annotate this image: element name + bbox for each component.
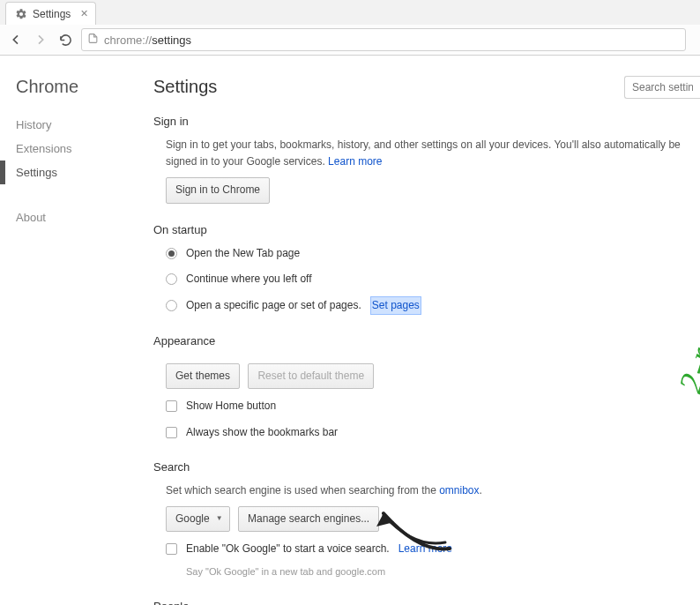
- signin-desc: Sign in to get your tabs, bookmarks, his…: [166, 138, 681, 168]
- section-title: People: [153, 600, 684, 605]
- dropdown-value: Google: [175, 512, 210, 525]
- section-signin: Sign in Sign in to get your tabs, bookma…: [153, 115, 684, 204]
- section-title: Search: [153, 460, 684, 474]
- url-text: chrome://settings: [104, 34, 191, 47]
- omnibox-link[interactable]: omnibox: [439, 484, 479, 497]
- search-desc: Set which search engine is used when sea…: [166, 484, 439, 497]
- section-appearance: Appearance Get themes Reset to default t…: [153, 334, 684, 441]
- tab-bar: Settings ✕: [0, 0, 700, 25]
- manage-search-engines-button[interactable]: Manage search engines...: [238, 506, 379, 532]
- checkbox-icon: [166, 427, 177, 438]
- main-panel: Settings Sign in Sign in to get your tab…: [129, 56, 700, 605]
- toolbar: chrome://settings: [0, 25, 700, 55]
- checkbox-bookmarks-bar[interactable]: Always show the bookmarks bar: [166, 424, 684, 441]
- address-bar[interactable]: chrome://settings: [81, 28, 686, 51]
- radio-specific-pages[interactable]: Open a specific page or set of pages. Se…: [166, 296, 684, 315]
- radio-continue[interactable]: Continue where you left off: [166, 271, 684, 288]
- checkbox-icon: [166, 543, 177, 555]
- sidebar-item-history[interactable]: History: [16, 113, 129, 137]
- checkbox-label: Enable "Ok Google" to start a voice sear…: [186, 541, 390, 557]
- reset-theme-button[interactable]: Reset to default theme: [248, 363, 374, 389]
- checkbox-ok-google[interactable]: Enable "Ok Google" to start a voice sear…: [166, 541, 684, 557]
- content-area: Chrome History Extensions Settings About…: [0, 56, 700, 605]
- forward-button[interactable]: [32, 31, 49, 49]
- reload-button[interactable]: [56, 31, 74, 49]
- radio-icon: [166, 273, 177, 285]
- search-engine-dropdown[interactable]: Google ▼: [166, 506, 230, 532]
- ok-google-hint: Say "Ok Google" in a new tab and google.…: [186, 564, 684, 580]
- chevron-down-icon: ▼: [216, 513, 223, 525]
- radio-label: Open a specific page or set of pages.: [186, 297, 361, 314]
- radio-icon: [166, 248, 177, 259]
- section-title: Appearance: [153, 334, 684, 347]
- set-pages-link[interactable]: Set pages: [370, 296, 421, 315]
- checkbox-label: Show Home button: [186, 398, 276, 415]
- section-title: On startup: [153, 223, 684, 236]
- browser-tab[interactable]: Settings ✕: [5, 2, 96, 25]
- get-themes-button[interactable]: Get themes: [166, 363, 240, 389]
- search-settings-input[interactable]: [624, 76, 700, 99]
- checkbox-icon: [166, 400, 177, 412]
- sidebar-item-settings[interactable]: Settings: [16, 161, 129, 184]
- sidebar-item-extensions[interactable]: Extensions: [16, 137, 129, 161]
- sidebar: Chrome History Extensions Settings About: [0, 56, 129, 605]
- gear-icon: [15, 8, 27, 20]
- section-search: Search Set which search engine is used w…: [153, 460, 684, 580]
- signin-button[interactable]: Sign in to Chrome: [166, 177, 270, 203]
- page-icon: [87, 33, 99, 47]
- section-people: People: [153, 600, 684, 605]
- radio-new-tab[interactable]: Open the New Tab page: [166, 245, 684, 262]
- learn-more-link[interactable]: Learn more: [328, 155, 382, 168]
- checkbox-home-button[interactable]: Show Home button: [166, 398, 684, 415]
- back-button[interactable]: [7, 31, 25, 49]
- section-startup: On startup Open the New Tab page Continu…: [153, 223, 684, 316]
- section-title: Sign in: [153, 115, 684, 128]
- radio-label: Open the New Tab page: [186, 245, 300, 262]
- radio-label: Continue where you left off: [186, 271, 312, 288]
- tab-title: Settings: [33, 8, 71, 20]
- page-title: Settings: [153, 77, 684, 97]
- close-icon[interactable]: ✕: [80, 8, 88, 19]
- sidebar-title: Chrome: [16, 77, 129, 97]
- sidebar-item-about[interactable]: About: [16, 205, 129, 229]
- radio-icon: [166, 300, 177, 311]
- browser-chrome: Settings ✕ chrome://settings: [0, 0, 700, 56]
- checkbox-label: Always show the bookmarks bar: [186, 424, 338, 441]
- learn-more-link[interactable]: Learn more: [398, 541, 452, 557]
